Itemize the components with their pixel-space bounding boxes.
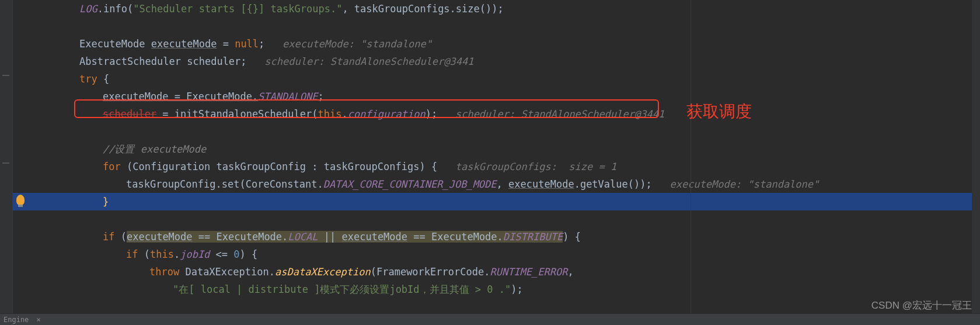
gutter-marker — [2, 162, 9, 164]
code-line[interactable]: executeMode = ExecuteMode.STANDALONE; — [13, 88, 980, 105]
code-text: ) { — [563, 231, 581, 243]
code-text: ); — [511, 283, 522, 295]
code-text: (FrameworkErrorCode. — [371, 266, 490, 278]
number: 0 — [233, 248, 239, 260]
tool-window-tab[interactable]: Engine × — [0, 313, 980, 325]
code-text: DataXException. — [185, 266, 275, 278]
annotation-label: 获取调度 — [686, 101, 752, 123]
code-line[interactable]: taskGroupConfig.set(CoreConstant.DATAX_C… — [13, 175, 980, 193]
code-text: . — [341, 108, 347, 120]
static-field: STANDALONE — [258, 91, 318, 102]
code-text: ( — [144, 248, 150, 260]
watermark: CSDN @宏远十一冠王 — [871, 299, 972, 312]
variable: executeMode = ExecuteMode. — [103, 91, 258, 102]
code-line[interactable]: AbstractScheduler scheduler; scheduler: … — [13, 53, 980, 70]
code-text: . — [174, 248, 180, 260]
code-text: ( — [121, 231, 127, 243]
inlay-hint: executeMode: "standalone" — [283, 38, 432, 50]
code-line[interactable]: throw DataXException.asDataXException(Fr… — [13, 263, 980, 281]
code-line-empty[interactable] — [13, 18, 980, 35]
code-text: == ExecuteMode. — [407, 231, 503, 243]
code-line[interactable]: if (executeMode == ExecuteMode.LOCAL || … — [13, 228, 980, 246]
code-text: AbstractScheduler scheduler; — [79, 56, 264, 67]
code-text: .getValue()); — [574, 178, 670, 190]
keyword: this — [318, 108, 341, 120]
code-text: , — [497, 178, 508, 190]
inlay-hint: scheduler: StandAloneScheduler@3441 — [264, 56, 473, 67]
code-text: ) { — [240, 248, 258, 260]
keyword: if — [126, 248, 144, 260]
string-literal: "在[ local | distribute ]模式下必须设置jobId，并且其… — [173, 283, 511, 295]
code-text: (Configuration taskGroupConfig : taskGro… — [127, 161, 455, 172]
code-text: , — [567, 266, 573, 278]
close-icon[interactable]: × — [37, 314, 41, 325]
code-text: = initStandaloneScheduler( — [156, 108, 318, 120]
code-text: <= — [210, 248, 233, 260]
code-text: == ExecuteMode. — [193, 231, 288, 243]
code-text: ); — [426, 108, 455, 120]
inlay-hint: scheduler: StandAloneScheduler@3441 — [455, 108, 664, 120]
editor[interactable]: LOG.info("Scheduler starts [{}] taskGrou… — [13, 0, 980, 313]
variable-warn: executeMode — [127, 231, 193, 243]
code-line[interactable]: scheduler = initStandaloneScheduler(this… — [13, 105, 980, 123]
inlay-hint: executeMode: "standalone" — [669, 178, 819, 190]
field-ref: configuration — [348, 108, 426, 120]
code-text: ; — [259, 38, 283, 50]
keyword: if — [103, 231, 121, 243]
keyword: try — [79, 73, 103, 85]
keyword: for — [103, 161, 127, 172]
variable: executeMode — [508, 178, 574, 190]
field-ref: jobId — [180, 248, 210, 260]
code-line-current[interactable]: } — [13, 193, 980, 210]
keyword: null — [235, 38, 259, 50]
code-line-empty[interactable] — [13, 210, 980, 228]
static-field: LOCAL — [288, 231, 318, 243]
code-text: ExecuteMode — [79, 38, 151, 50]
code-line[interactable]: for (Configuration taskGroupConfig : tas… — [13, 158, 980, 175]
code-text: .info( — [97, 3, 133, 15]
variable-warn: executeMode — [341, 231, 407, 243]
brace: } — [103, 196, 109, 208]
intention-bulb-icon[interactable] — [16, 195, 25, 205]
static-field: DISTRIBUTE — [503, 231, 563, 243]
code-text: || — [318, 231, 342, 243]
code-text: ; — [318, 91, 323, 102]
static-method: asDataXException — [275, 266, 371, 278]
brace: { — [103, 73, 109, 85]
code-line[interactable]: try { — [13, 70, 980, 88]
code-line[interactable]: "在[ local | distribute ]模式下必须设置jobId，并且其… — [13, 281, 980, 298]
variable-reassigned: scheduler — [103, 108, 156, 120]
code-line[interactable]: if (this.jobId <= 0) { — [13, 246, 980, 263]
static-field: DATAX_CORE_CONTAINER_JOB_MODE — [323, 178, 497, 190]
string-literal: "Scheduler starts [{}] taskGroups." — [133, 3, 342, 15]
code-text: , taskGroupConfigs.size()); — [342, 3, 503, 15]
code-text: = — [217, 38, 235, 50]
comment: //设置 executeMode — [103, 143, 206, 155]
inlay-hint: taskGroupConfigs: size = 1 — [455, 161, 616, 172]
keyword: throw — [149, 266, 185, 278]
code-text: taskGroupConfig.set(CoreConstant. — [126, 178, 323, 190]
code-line[interactable]: LOG.info("Scheduler starts [{}] taskGrou… — [13, 0, 980, 18]
code-line-empty[interactable] — [13, 123, 980, 140]
error-stripe[interactable] — [972, 0, 980, 313]
tool-window-label: Engine — [4, 316, 29, 324]
code-line[interactable]: //设置 executeMode — [13, 140, 980, 158]
gutter[interactable] — [0, 0, 13, 325]
field-ref: LOG — [79, 3, 97, 15]
variable: executeMode — [151, 38, 217, 50]
keyword: this — [150, 248, 174, 260]
code-line[interactable]: ExecuteMode executeMode = null; executeM… — [13, 35, 980, 53]
static-field: RUNTIME_ERROR — [490, 266, 567, 278]
gutter-marker — [2, 75, 9, 76]
